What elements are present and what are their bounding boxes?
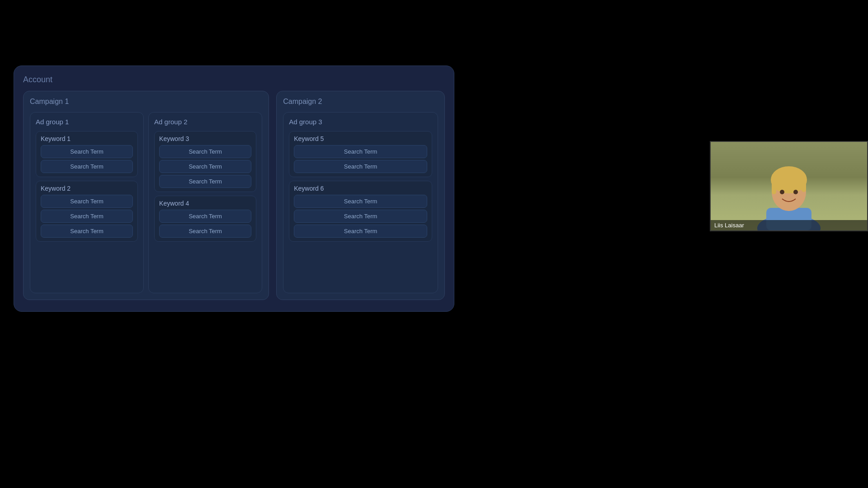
search-term-item: Search Term (41, 145, 133, 158)
keyword-1-box: Keyword 1 Search Term Search Term (36, 131, 138, 177)
keyword-5-box: Keyword 5 Search Term Search Term (289, 131, 432, 177)
keyword-4-box: Keyword 4 Search Term Search Term (154, 196, 256, 242)
search-term-item: Search Term (294, 160, 427, 173)
campaign-2-box: Campaign 2 Ad group 3 Keyword 5 Search T… (276, 91, 445, 300)
campaign-1-label: Campaign 1 (30, 98, 262, 106)
search-term-item: Search Term (41, 210, 133, 223)
video-overlay: Liis Laisaar (710, 141, 868, 231)
campaign-1-box: Campaign 1 Ad group 1 Keyword 1 Search T… (23, 91, 269, 300)
search-term-item: Search Term (294, 225, 427, 238)
search-term-item: Search Term (294, 195, 427, 208)
search-term-item: Search Term (294, 145, 427, 158)
search-term-item: Search Term (159, 145, 251, 158)
keyword-6-box: Keyword 6 Search Term Search Term Search… (289, 181, 432, 242)
ad-group-1-label: Ad group 1 (36, 118, 138, 126)
campaign-2-label: Campaign 2 (283, 98, 438, 106)
slide-container: Account Campaign 1 Ad group 1 Keyword 1 … (14, 66, 454, 312)
video-person-name: Liis Laisaar (714, 222, 744, 229)
campaigns-row: Campaign 1 Ad group 1 Keyword 1 Search T… (23, 91, 445, 300)
keyword-2-box: Keyword 2 Search Term Search Term Search… (36, 181, 138, 242)
keyword-3-box: Keyword 3 Search Term Search Term Search… (154, 131, 256, 192)
video-name-bar: Liis Laisaar (711, 220, 867, 230)
ad-group-3-label: Ad group 3 (289, 118, 432, 126)
keyword-5-label: Keyword 5 (294, 135, 427, 142)
search-term-item: Search Term (41, 195, 133, 208)
account-label: Account (23, 75, 445, 84)
ad-group-1-box: Ad group 1 Keyword 1 Search Term Search … (30, 112, 144, 293)
ad-group-2-label: Ad group 2 (154, 118, 256, 126)
keyword-3-label: Keyword 3 (159, 135, 251, 142)
video-feed (711, 142, 867, 230)
campaign-2-ad-groups: Ad group 3 Keyword 5 Search Term Search … (283, 112, 438, 293)
svg-rect-6 (802, 174, 806, 192)
svg-rect-5 (772, 174, 776, 194)
keyword-6-label: Keyword 6 (294, 185, 427, 192)
svg-point-8 (793, 190, 798, 194)
search-term-item: Search Term (294, 210, 427, 223)
ad-group-3-box: Ad group 3 Keyword 5 Search Term Search … (283, 112, 438, 293)
keyword-1-label: Keyword 1 (41, 135, 133, 142)
search-term-item: Search Term (159, 225, 251, 238)
svg-point-7 (780, 190, 784, 194)
search-term-item: Search Term (41, 225, 133, 238)
keyword-4-label: Keyword 4 (159, 200, 251, 207)
campaign-1-ad-groups: Ad group 1 Keyword 1 Search Term Search … (30, 112, 262, 293)
ad-group-2-box: Ad group 2 Keyword 3 Search Term Search … (148, 112, 262, 293)
search-term-item: Search Term (41, 160, 133, 173)
search-term-item: Search Term (159, 160, 251, 173)
search-term-item: Search Term (159, 175, 251, 188)
keyword-2-label: Keyword 2 (41, 185, 133, 192)
search-term-item: Search Term (159, 210, 251, 223)
